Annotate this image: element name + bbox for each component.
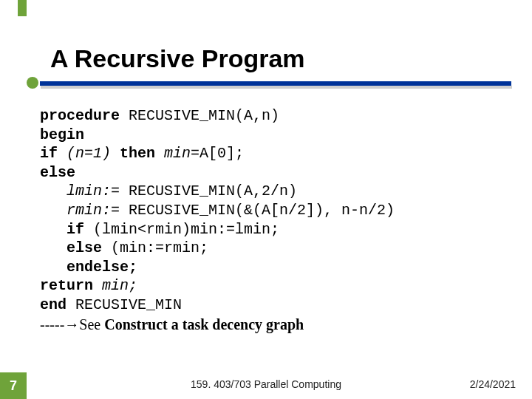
kw-end: end <box>40 296 75 313</box>
code-text: RECUSIVE_MIN <box>75 296 182 313</box>
code-text: (lmin<rmin)min:=lmin; <box>93 221 279 238</box>
code-text: RECUSIVE_MIN(A,n) <box>120 107 279 124</box>
slide-title: A Recursive Program <box>50 44 305 73</box>
code-it: rmin: <box>66 202 111 219</box>
body: procedure RECUSIVE_MIN(A,n) begin if (n=… <box>40 106 502 333</box>
note-line: -----→See Construct a task decency graph <box>40 316 502 333</box>
note-bold: Construct a task decency graph <box>104 316 304 332</box>
footer-center: 159. 403/703 Parallel Computing <box>0 378 532 390</box>
arrow-icon: → <box>64 316 79 332</box>
title-dot <box>27 77 38 89</box>
code-text: (min:=rmin; <box>111 239 208 256</box>
code-text: =A[0]; <box>191 145 244 162</box>
accent-bar <box>18 0 27 16</box>
indent <box>40 221 66 238</box>
code-it: lmin: <box>66 183 111 200</box>
code-it: min <box>164 145 191 162</box>
code-it: (n=1) <box>66 145 120 162</box>
code-it: min; <box>102 277 137 294</box>
kw-return: return <box>40 277 102 294</box>
kw-else: else <box>40 164 75 181</box>
code-text: = RECUSIVE_MIN(&(A[n/2]), n-n/2) <box>111 202 395 219</box>
indent <box>40 183 66 200</box>
code-text: = RECUSIVE_MIN(A,2/n) <box>111 183 297 200</box>
code-block: procedure RECUSIVE_MIN(A,n) begin if (n=… <box>40 106 502 315</box>
kw-then: then <box>120 145 164 162</box>
kw-begin: begin <box>40 126 84 143</box>
indent <box>40 202 66 219</box>
kw-if2: if <box>66 221 93 238</box>
indent <box>40 239 66 256</box>
note-dashes: ----- <box>40 316 64 332</box>
note-text: See <box>79 316 104 332</box>
indent <box>40 259 66 276</box>
title-rule-shadow <box>41 86 512 89</box>
footer-date: 2/24/2021 <box>470 378 516 390</box>
slide: A Recursive Program procedure RECUSIVE_M… <box>0 0 532 399</box>
kw-else2: else <box>66 239 111 256</box>
kw-endelse: endelse; <box>66 259 137 276</box>
kw-procedure: procedure <box>40 107 120 124</box>
kw-if: if <box>40 145 66 162</box>
